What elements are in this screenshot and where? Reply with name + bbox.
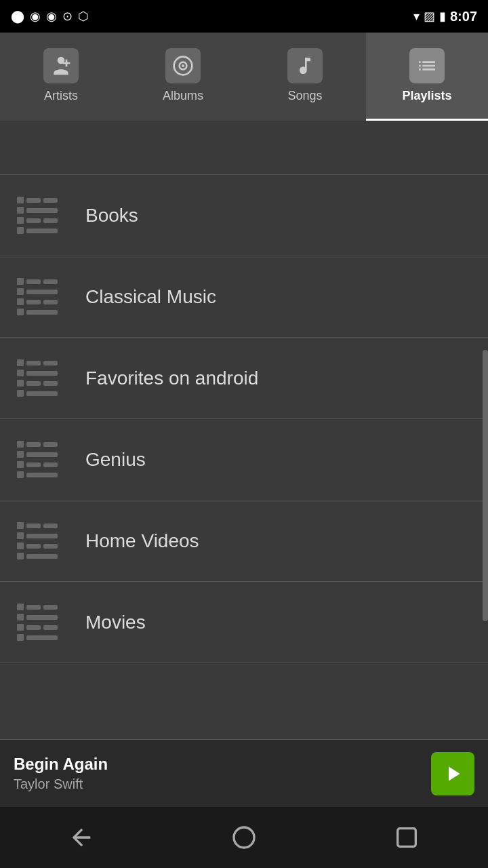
now-playing-bar[interactable]: Begin Again Taylor Swift (0, 739, 488, 807)
svg-point-2 (182, 64, 184, 67)
status-icons-left: ⬤ ◉ ◉ ⊙ ⬡ (11, 9, 89, 24)
playlist-item-home-videos[interactable]: Home Videos (0, 500, 488, 582)
tab-albums-label: Albums (163, 89, 203, 103)
play-button[interactable] (431, 752, 474, 795)
tab-artists-label: Artists (44, 89, 78, 103)
tab-albums[interactable]: Albums (122, 33, 244, 121)
svg-point-3 (234, 827, 254, 848)
now-playing-info: Begin Again Taylor Swift (14, 755, 431, 792)
status-time: 8:07 (450, 9, 477, 24)
playlist-name-favorites: Favorites on android (75, 368, 258, 389)
header-spacer (0, 121, 488, 175)
playlists-icon (409, 48, 445, 83)
svg-rect-4 (398, 829, 416, 847)
whatsapp2-icon: ◉ (46, 9, 57, 24)
camera-icon: ⊙ (62, 9, 73, 24)
playlist-item-movies[interactable]: Movies (0, 582, 488, 663)
playlist-item-favorites[interactable]: Favorites on android (0, 338, 488, 419)
tab-playlists[interactable]: Playlists (366, 33, 488, 121)
tab-songs[interactable]: Songs (244, 33, 366, 121)
status-icons-right: ▾ ▨ ▮ 8:07 (413, 9, 477, 24)
songs-icon (287, 48, 323, 83)
record-icon: ⬤ (11, 9, 24, 24)
home-button[interactable] (224, 817, 264, 858)
playlist-name-home-videos: Home Videos (75, 530, 199, 552)
now-playing-title: Begin Again (14, 755, 431, 774)
scrollbar[interactable] (483, 350, 488, 621)
bottom-nav (0, 807, 488, 868)
playlist-name-movies: Movies (75, 612, 146, 633)
playlist-name-genius: Genius (75, 449, 146, 471)
battery-icon: ▮ (439, 9, 446, 24)
playlist-item-classical[interactable]: Classical Music (0, 256, 488, 338)
playlist-thumb-home-videos (0, 500, 75, 581)
tab-playlists-label: Playlists (402, 89, 451, 103)
signal-icon: ▨ (424, 9, 435, 24)
playlist-name-books: Books (75, 205, 138, 226)
whatsapp-icon: ◉ (30, 9, 41, 24)
status-bar: ⬤ ◉ ◉ ⊙ ⬡ ▾ ▨ ▮ 8:07 (0, 0, 488, 33)
playlist-thumb-favorites (0, 338, 75, 418)
now-playing-artist: Taylor Swift (14, 776, 431, 792)
android-icon: ⬡ (78, 9, 89, 24)
playlist-item-books[interactable]: Books (0, 175, 488, 256)
back-button[interactable] (61, 817, 102, 858)
playlist-thumb-classical (0, 256, 75, 337)
playlist-item-genius[interactable]: Genius (0, 419, 488, 500)
playlist-name-classical: Classical Music (75, 286, 216, 308)
recents-button[interactable] (386, 817, 427, 858)
playlist-list: Books Classical Music Favorites on andro… (0, 175, 488, 739)
tab-bar: Artists Albums Songs Playlists (0, 33, 488, 121)
wifi-icon: ▾ (413, 9, 420, 24)
playlist-thumb-genius (0, 419, 75, 500)
tab-artists[interactable]: Artists (0, 33, 122, 121)
playlist-thumb-books (0, 175, 75, 256)
artists-icon (43, 48, 79, 83)
albums-icon (165, 48, 201, 83)
playlist-thumb-movies (0, 582, 75, 663)
tab-songs-label: Songs (287, 89, 322, 103)
